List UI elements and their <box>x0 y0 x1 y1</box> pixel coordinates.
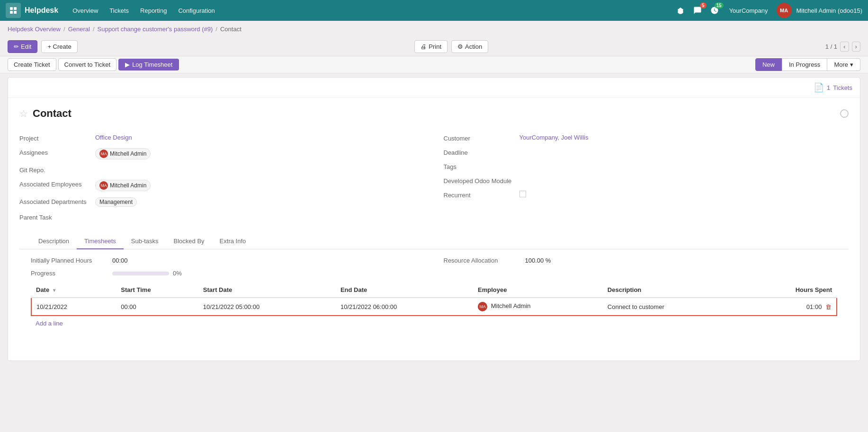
user-avatar[interactable]: MA <box>777 3 792 18</box>
cell-description: Connect to customer <box>603 298 741 316</box>
cell-start-date: 10/21/2022 05:00:00 <box>198 298 336 316</box>
initially-planned-field: Initially Planned Hours 00:00 <box>31 257 425 264</box>
fields-left: Project Office Design Assignees MA Mitch… <box>19 131 425 224</box>
assignee-tag[interactable]: MA Mitchell Admin <box>95 148 151 159</box>
action-button[interactable]: ⚙ Action <box>451 40 488 53</box>
chat-badge: 5 <box>700 2 707 9</box>
breadcrumb-helpdesk[interactable]: Helpdesk Overview <box>8 26 61 33</box>
cell-end-date: 10/21/2022 06:00:00 <box>336 298 473 316</box>
cell-employee: MA Mitchell Admin <box>473 298 603 316</box>
nav-icons: 5 15 YourCompany MA Mitchell Admin (odoo… <box>674 3 862 18</box>
svg-rect-3 <box>14 11 17 14</box>
timesheet-table: Date ▼ Start Time Start Date End Date Em… <box>31 282 837 316</box>
gear-icon: ⚙ <box>457 43 463 50</box>
status-more-button[interactable]: More ▾ <box>827 58 860 71</box>
field-customer: Customer YourCompany, Joel Willis <box>444 131 849 145</box>
pagination: 1 / 1 ‹ › <box>825 42 860 52</box>
create-ticket-button[interactable]: Create Ticket <box>8 58 56 71</box>
progress-bar-wrap: 0% <box>112 270 425 277</box>
cell-start-time: 00:00 <box>116 298 198 316</box>
project-link[interactable]: Office Design <box>95 134 132 141</box>
form-title-row: ☆ Contact <box>19 107 849 120</box>
fields-grid: Project Office Design Assignees MA Mitch… <box>19 131 849 224</box>
field-parent-task: Parent Task <box>19 210 425 224</box>
col-start-time[interactable]: Start Time <box>116 282 198 298</box>
tickets-link[interactable]: 📄 1 Tickets <box>814 82 852 93</box>
next-page-button[interactable]: › <box>852 42 860 52</box>
sort-icon: ▼ <box>52 288 57 293</box>
create-button[interactable]: + Create <box>41 40 77 53</box>
log-timesheet-button[interactable]: ▶ Log Timesheet <box>118 59 179 71</box>
add-line-button[interactable]: Add a line <box>31 316 68 331</box>
clock-icon-btn[interactable]: 15 <box>708 4 721 17</box>
app-grid-icon[interactable] <box>6 3 21 18</box>
col-end-date[interactable]: End Date <box>336 282 473 298</box>
table-header-row: Date ▼ Start Time Start Date End Date Em… <box>31 282 837 298</box>
chat-icon-btn[interactable]: 5 <box>691 4 704 17</box>
resource-allocation-field: Resource Allocation 100.00 % <box>444 257 838 264</box>
play-icon: ▶ <box>125 61 130 68</box>
col-start-date[interactable]: Start Date <box>198 282 336 298</box>
edit-button[interactable]: ✏ Edit <box>8 40 37 53</box>
fields-right: Customer YourCompany, Joel Willis Deadli… <box>444 131 849 224</box>
svg-rect-2 <box>10 11 13 14</box>
tab-description[interactable]: Description <box>31 234 77 249</box>
nav-overview[interactable]: Overview <box>68 4 103 17</box>
breadcrumb-ticket[interactable]: Support change customer's password (#9) <box>98 26 213 33</box>
print-button[interactable]: 🖨 Print <box>414 40 447 53</box>
star-icon[interactable]: ☆ <box>19 108 28 119</box>
progress-row: Progress 0% <box>31 270 837 277</box>
row-avatar: MA <box>478 302 487 311</box>
delete-icon[interactable]: 🗑 <box>825 303 832 310</box>
sub-toolbar: Create Ticket Convert to Ticket ▶ Log Ti… <box>0 56 868 73</box>
field-assoc-departments: Associated Departments Management <box>19 194 425 210</box>
field-recurrent: Recurrent <box>444 188 849 202</box>
status-new-button[interactable]: New <box>755 58 782 71</box>
status-group: New In Progress More ▾ <box>755 58 860 71</box>
app-name: Helpdesk <box>25 6 58 15</box>
clock-badge: 15 <box>715 2 724 9</box>
table-row[interactable]: 10/21/2022 00:00 10/21/2022 05:00:00 10/… <box>31 298 837 316</box>
svg-rect-0 <box>10 7 13 10</box>
field-tags: Tags <box>444 159 849 174</box>
nav-reporting[interactable]: Reporting <box>135 4 171 17</box>
department-tag[interactable]: Management <box>95 197 137 207</box>
progress-bar <box>112 272 169 275</box>
customer-link[interactable]: YourCompany, Joel Willis <box>519 134 589 141</box>
employee-tag[interactable]: MA Mitchell Admin <box>95 180 151 191</box>
col-employee[interactable]: Employee <box>473 282 603 298</box>
tab-blocked-by[interactable]: Blocked By <box>166 234 212 249</box>
nav-configuration[interactable]: Configuration <box>173 4 219 17</box>
field-deadline: Deadline <box>444 145 849 159</box>
field-assoc-employees: Associated Employees MA Mitchell Admin <box>19 177 425 194</box>
employee-avatar: MA <box>99 181 108 190</box>
tab-extra-info[interactable]: Extra Info <box>212 234 254 249</box>
bug-icon-btn[interactable] <box>674 4 687 17</box>
tabs-bar: Description Timesheets Sub-tasks Blocked… <box>19 234 849 249</box>
tab-timesheets[interactable]: Timesheets <box>77 234 124 249</box>
svg-rect-1 <box>14 7 17 10</box>
cell-date: 10/21/2022 <box>31 298 116 316</box>
nav-tickets[interactable]: Tickets <box>105 4 134 17</box>
field-assignees: Assignees MA Mitchell Admin <box>19 145 425 163</box>
field-project: Project Office Design <box>19 131 425 145</box>
col-description[interactable]: Description <box>603 282 741 298</box>
field-odoo-module: Developed Odoo Module <box>444 174 849 188</box>
user-name[interactable]: Mitchell Admin (odoo15) <box>796 7 862 14</box>
document-icon: 📄 <box>814 82 824 93</box>
hours-row: Initially Planned Hours 00:00 Resource A… <box>31 257 837 264</box>
prev-page-button[interactable]: ‹ <box>840 42 849 52</box>
tickets-banner: 📄 1 Tickets <box>8 78 860 98</box>
breadcrumb-current: Contact <box>220 26 242 33</box>
cell-hours-spent: 01:00 🗑 <box>741 298 837 316</box>
col-hours-spent[interactable]: Hours Spent <box>741 282 837 298</box>
top-nav: Helpdesk Overview Tickets Reporting Conf… <box>0 0 868 21</box>
status-circle[interactable] <box>840 109 849 118</box>
status-in-progress-button[interactable]: In Progress <box>782 58 827 71</box>
col-date[interactable]: Date ▼ <box>31 282 116 298</box>
convert-ticket-button[interactable]: Convert to Ticket <box>58 58 117 71</box>
breadcrumb-general[interactable]: General <box>68 26 90 33</box>
recurrent-checkbox[interactable] <box>519 191 526 197</box>
tab-subtasks[interactable]: Sub-tasks <box>124 234 166 249</box>
form-title: Contact <box>33 107 72 120</box>
